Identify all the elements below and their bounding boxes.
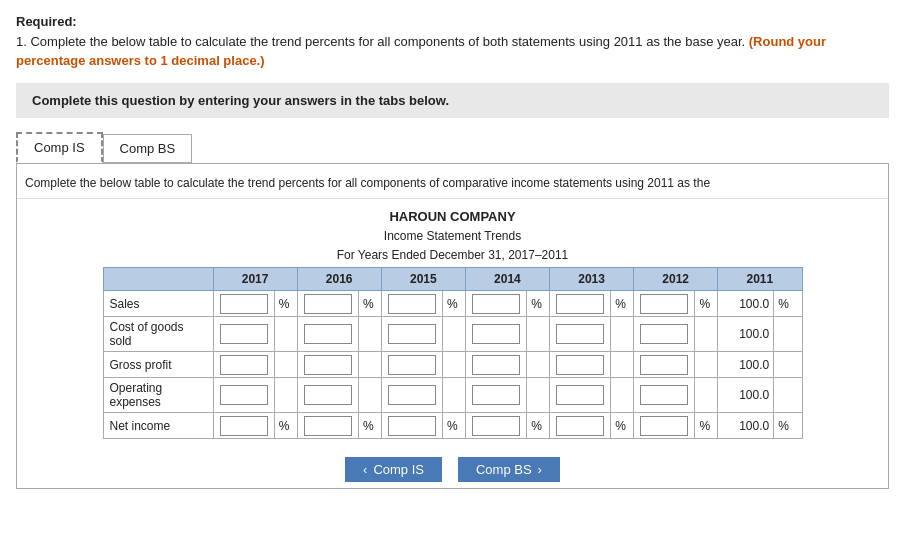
label-sales: Sales [103, 291, 213, 317]
input-ni-2014[interactable] [465, 413, 526, 439]
input-sales-2013[interactable] [550, 291, 611, 317]
input-cogs-2017[interactable] [213, 317, 274, 352]
input-opex-2015[interactable] [381, 378, 442, 413]
input-ni-2016[interactable] [297, 413, 358, 439]
pct-sales-2015: % [443, 291, 466, 317]
fixed-opex-2011: 100.0 [718, 378, 774, 413]
ni-2014-input[interactable] [472, 416, 520, 436]
sales-2017-input[interactable] [220, 294, 268, 314]
input-ni-2012[interactable] [634, 413, 695, 439]
column-header-row: 2017 2016 2015 2014 2013 2012 2011 [103, 268, 802, 291]
col-header-2015: 2015 [381, 268, 465, 291]
input-gp-2015[interactable] [381, 352, 442, 378]
pct-sales-2013: % [611, 291, 634, 317]
page-container: Required: 1. Complete the below table to… [0, 0, 905, 505]
opex-2016-input[interactable] [304, 385, 352, 405]
pct-ni-2011: % [774, 413, 802, 439]
cogs-2013-input[interactable] [556, 324, 604, 344]
table-subtitle-row: Income Statement Trends [103, 226, 802, 245]
ni-2012-input[interactable] [640, 416, 688, 436]
gp-2016-input[interactable] [304, 355, 352, 375]
row-sales: Sales % % % % [103, 291, 802, 317]
instruction-text: Complete this question by entering your … [32, 93, 449, 108]
sales-2012-input[interactable] [640, 294, 688, 314]
row-cogs: Cost of goods sold [103, 317, 802, 352]
input-opex-2013[interactable] [550, 378, 611, 413]
next-button[interactable]: Comp BS › [458, 457, 560, 482]
input-cogs-2014[interactable] [465, 317, 526, 352]
pct-sales-2016: % [358, 291, 381, 317]
input-sales-2017[interactable] [213, 291, 274, 317]
input-ni-2015[interactable] [381, 413, 442, 439]
required-label: Required: [16, 14, 77, 29]
ni-2017-input[interactable] [220, 416, 268, 436]
required-section: Required: 1. Complete the below table to… [16, 12, 889, 71]
tab-comp-bs[interactable]: Comp BS [103, 134, 193, 163]
col-header-2012: 2012 [634, 268, 718, 291]
row-opex: Operating expenses [103, 378, 802, 413]
pct-sales-2011: % [774, 291, 802, 317]
label-net-income: Net income [103, 413, 213, 439]
input-sales-2015[interactable] [381, 291, 442, 317]
gp-2013-input[interactable] [556, 355, 604, 375]
pct-sales-2014: % [527, 291, 550, 317]
input-cogs-2013[interactable] [550, 317, 611, 352]
ni-2016-input[interactable] [304, 416, 352, 436]
input-gp-2017[interactable] [213, 352, 274, 378]
sales-2015-input[interactable] [388, 294, 436, 314]
input-sales-2014[interactable] [465, 291, 526, 317]
input-opex-2012[interactable] [634, 378, 695, 413]
input-opex-2017[interactable] [213, 378, 274, 413]
opex-2013-input[interactable] [556, 385, 604, 405]
input-cogs-2015[interactable] [381, 317, 442, 352]
input-ni-2013[interactable] [550, 413, 611, 439]
input-gp-2012[interactable] [634, 352, 695, 378]
ni-2015-input[interactable] [388, 416, 436, 436]
col-header-2011: 2011 [718, 268, 802, 291]
input-opex-2014[interactable] [465, 378, 526, 413]
instruction-box: Complete this question by entering your … [16, 83, 889, 118]
tab-comp-is[interactable]: Comp IS [16, 132, 103, 163]
input-gp-2013[interactable] [550, 352, 611, 378]
fixed-gp-2011: 100.0 [718, 352, 774, 378]
input-gp-2016[interactable] [297, 352, 358, 378]
opex-2012-input[interactable] [640, 385, 688, 405]
sales-2013-input[interactable] [556, 294, 604, 314]
input-ni-2017[interactable] [213, 413, 274, 439]
opex-2017-input[interactable] [220, 385, 268, 405]
col-header-label [103, 268, 213, 291]
input-sales-2016[interactable] [297, 291, 358, 317]
bottom-nav: ‹ Comp IS Comp BS › [17, 447, 888, 488]
cogs-2017-input[interactable] [220, 324, 268, 344]
gp-2015-input[interactable] [388, 355, 436, 375]
row-net-income: Net income % % % % [103, 413, 802, 439]
fixed-ni-2011: 100.0 [718, 413, 774, 439]
input-cogs-2012[interactable] [634, 317, 695, 352]
prev-button[interactable]: ‹ Comp IS [345, 457, 442, 482]
col-header-2013: 2013 [550, 268, 634, 291]
gp-2017-input[interactable] [220, 355, 268, 375]
gp-2012-input[interactable] [640, 355, 688, 375]
table-wrapper: HAROUN COMPANY Income Statement Trends F… [17, 199, 888, 448]
cogs-2016-input[interactable] [304, 324, 352, 344]
ni-2013-input[interactable] [556, 416, 604, 436]
opex-2015-input[interactable] [388, 385, 436, 405]
fixed-cogs-2011: 100.0 [718, 317, 774, 352]
input-cogs-2016[interactable] [297, 317, 358, 352]
tabs-container: Comp IS Comp BS [16, 132, 889, 163]
cogs-2014-input[interactable] [472, 324, 520, 344]
cogs-2012-input[interactable] [640, 324, 688, 344]
input-gp-2014[interactable] [465, 352, 526, 378]
pct-ni-2014: % [527, 413, 550, 439]
opex-2014-input[interactable] [472, 385, 520, 405]
input-sales-2012[interactable] [634, 291, 695, 317]
input-opex-2016[interactable] [297, 378, 358, 413]
pct-ni-2016: % [358, 413, 381, 439]
cogs-2015-input[interactable] [388, 324, 436, 344]
gp-2014-input[interactable] [472, 355, 520, 375]
sales-2016-input[interactable] [304, 294, 352, 314]
sales-2014-input[interactable] [472, 294, 520, 314]
label-gross-profit: Gross profit [103, 352, 213, 378]
table-title-row: HAROUN COMPANY [103, 207, 802, 226]
prev-arrow-icon: ‹ [363, 462, 367, 477]
